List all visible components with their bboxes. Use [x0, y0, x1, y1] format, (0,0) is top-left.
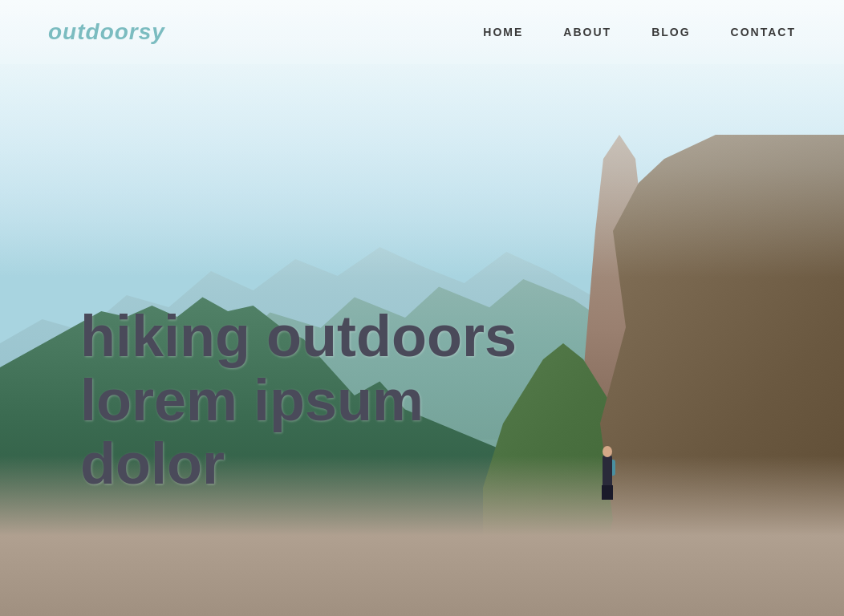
nav-link-blog[interactable]: BLOG [651, 26, 690, 38]
nav-item-home[interactable]: HOME [483, 25, 523, 39]
nav-item-about[interactable]: ABOUT [563, 25, 611, 39]
hiker-legs [602, 485, 613, 500]
brand-logo[interactable]: outdoorsy [48, 19, 165, 45]
hero-text-block: hiking outdoors lorem ipsum dolor [80, 305, 517, 496]
nav-link-about[interactable]: ABOUT [563, 26, 611, 38]
nav-item-contact[interactable]: CONTACT [731, 25, 796, 39]
navbar: outdoorsy HOME ABOUT BLOG CONTACT [0, 0, 844, 64]
hero-section: outdoorsy HOME ABOUT BLOG CONTACT hiking… [0, 0, 844, 616]
nav-links: HOME ABOUT BLOG CONTACT [483, 25, 796, 39]
hero-line-2: lorem ipsum [80, 369, 517, 432]
hiker-figure [595, 424, 619, 488]
hero-line-1: hiking outdoors [80, 305, 517, 368]
nav-item-blog[interactable]: BLOG [651, 25, 690, 39]
nav-link-home[interactable]: HOME [483, 26, 523, 38]
hero-line-3: dolor [80, 432, 517, 496]
nav-link-contact[interactable]: CONTACT [731, 26, 796, 38]
hero-heading: hiking outdoors lorem ipsum dolor [80, 305, 517, 496]
hiker-head [603, 446, 612, 457]
hiker-body [603, 456, 612, 488]
